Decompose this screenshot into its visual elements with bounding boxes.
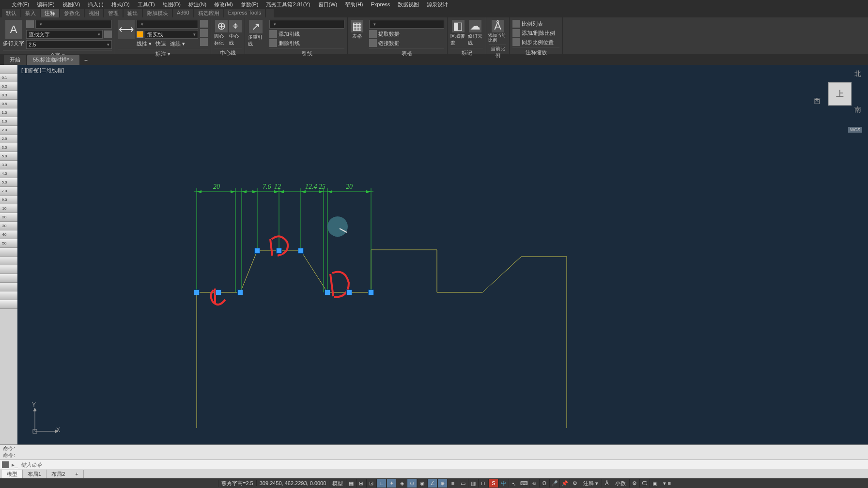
layout-add-button[interactable]: + (70, 470, 83, 478)
toolbar-button[interactable] (9, 239, 17, 248)
ribbon-tab[interactable]: 插入 (21, 9, 40, 17)
mtext-button[interactable]: A 多行文字 (3, 20, 24, 47)
grip[interactable] (325, 290, 330, 295)
ribbon-tab[interactable]: 视图 (85, 9, 103, 17)
toolbar-button[interactable] (0, 248, 9, 257)
left-toolbar-1[interactable]: 0.10.20.30.51.01.02.02.53.05.03.04.05.07… (0, 65, 9, 474)
toolbar-button[interactable] (9, 100, 17, 108)
toolbar-button[interactable] (9, 230, 17, 239)
menu-item[interactable]: 标注(N) (186, 1, 209, 8)
toolbar-button[interactable] (0, 265, 9, 274)
table-style-combo[interactable] (369, 20, 444, 29)
revcloud-button[interactable]: ☁修订云线 (468, 20, 483, 46)
iso-toggle[interactable]: ◈ (397, 479, 406, 488)
dim-layer-combo[interactable]: 细实线 (145, 30, 198, 39)
menu-item[interactable]: 视图(V) (60, 1, 83, 8)
dim-quick-button[interactable]: 快速 (155, 40, 166, 47)
close-tab-icon[interactable]: × (71, 57, 74, 62)
ribbon-tab[interactable]: 默认 (2, 9, 20, 17)
workspace-switch[interactable]: ⚙ (629, 479, 639, 488)
layout-tab-model[interactable]: 模型 (2, 470, 23, 479)
units-menu[interactable]: 小数 (612, 480, 629, 487)
menu-item[interactable]: 格式(O) (108, 1, 133, 8)
centerline-button[interactable]: ⌖中心线 (229, 20, 242, 46)
toolbar-button[interactable] (9, 152, 17, 161)
ribbon-tab[interactable]: 精选应用 (194, 9, 223, 17)
ime-pin-icon[interactable]: 📌 (559, 479, 569, 488)
toolbar-button[interactable] (9, 161, 17, 169)
toolbar-button[interactable]: 5.0 (0, 178, 9, 187)
mleader-style-combo[interactable] (269, 20, 344, 29)
grip[interactable] (254, 248, 260, 254)
menu-item[interactable]: 参数(P) (238, 1, 262, 8)
layout-tab-2[interactable]: 布局2 (46, 470, 70, 479)
toolbar-button[interactable] (0, 283, 9, 291)
grip[interactable] (237, 290, 243, 295)
toolbar-button[interactable]: 0.5 (0, 100, 9, 108)
menu-item[interactable]: 文件(F) (9, 1, 32, 8)
tpy-toggle[interactable]: ▭ (458, 479, 467, 488)
menu-item[interactable]: 数据视图 (395, 1, 422, 8)
menu-item[interactable]: 插入(I) (85, 1, 106, 8)
ribbon-tab[interactable]: Express Tools (224, 9, 265, 17)
command-input[interactable] (21, 462, 866, 468)
toolbar-button[interactable] (9, 91, 17, 100)
link-data-button[interactable]: 链接数据 (369, 39, 444, 47)
toolbar-button[interactable] (9, 65, 17, 74)
wipeout-button[interactable]: ◧区域覆盖 (450, 20, 466, 46)
toolbar-button[interactable]: 0.1 (0, 74, 9, 82)
toolbar-button[interactable] (9, 126, 17, 135)
add-current-scale-button[interactable]: Å添加当前比例 (488, 20, 508, 43)
grip[interactable] (346, 290, 352, 295)
toolbar-button[interactable] (9, 204, 17, 213)
toolbar-button[interactable] (9, 213, 17, 222)
toolbar-button[interactable]: 3.0 (0, 143, 9, 152)
toolbar-button[interactable]: 50 (0, 239, 9, 248)
snap-toggle[interactable]: ⊞ (356, 479, 366, 488)
dyn-toggle[interactable]: ⊕ (437, 479, 447, 488)
polar-toggle[interactable]: ✦ (387, 479, 396, 488)
qp-toggle[interactable]: ▥ (468, 479, 478, 488)
findtext-combo[interactable]: 查找文字 (26, 30, 103, 39)
menu-item[interactable]: 窗口(W) (315, 1, 341, 8)
start-tab[interactable]: 开始 (4, 55, 26, 65)
toolbar-button[interactable]: 3.0 (0, 161, 9, 169)
toolbar-button[interactable]: 0.3 (0, 91, 9, 100)
dim-tool-icon-3[interactable] (200, 38, 208, 46)
toolbar-button[interactable]: 40 (0, 230, 9, 239)
toolbar-button[interactable] (0, 65, 9, 74)
sc-toggle[interactable]: ⊓ (478, 479, 488, 488)
menu-item[interactable]: Express (368, 1, 393, 7)
customize-status[interactable]: ▾ ≡ (660, 480, 673, 487)
grip[interactable] (216, 290, 221, 295)
left-toolbar-2[interactable] (9, 65, 17, 474)
toolbar-button[interactable] (9, 117, 17, 126)
grip[interactable] (276, 248, 282, 254)
toolbar-button[interactable] (0, 300, 9, 309)
status-space[interactable]: 模型 (329, 480, 346, 487)
toolbar-button[interactable] (9, 274, 17, 283)
toolbar-button[interactable]: 4.0 (0, 169, 9, 178)
dim-tool-icon-1[interactable] (200, 20, 208, 28)
dim-tool-icon-2[interactable] (200, 29, 208, 37)
clean-screen-toggle[interactable]: ▣ (650, 479, 659, 488)
3dosnap-toggle[interactable]: ◉ (417, 479, 427, 488)
toolbar-button[interactable]: 2.0 (0, 126, 9, 135)
ortho-toggle[interactable]: ∟ (376, 479, 386, 488)
remove-leader-button[interactable]: 删除引线 (269, 39, 344, 47)
ime-zh-icon[interactable]: 中 (498, 479, 508, 488)
grid-toggle[interactable]: ▦ (346, 479, 356, 488)
ribbon-tab[interactable]: A360 (173, 9, 193, 17)
toolbar-button[interactable] (9, 108, 17, 117)
toolbar-button[interactable]: 7.0 (0, 187, 9, 196)
command-line[interactable]: ▸_ (0, 459, 868, 469)
toolbar-button[interactable]: 5.0 (0, 152, 9, 161)
toolbar-button[interactable] (9, 300, 17, 309)
toolbar-button[interactable] (9, 257, 17, 265)
toolbar-button[interactable]: 1.0 (0, 108, 9, 117)
ime-mic-icon[interactable]: 🎤 (549, 479, 559, 488)
toolbar-button[interactable] (9, 248, 17, 257)
ime-kb-icon[interactable]: ⌨ (519, 479, 528, 488)
ribbon-tab[interactable]: 参数化 (60, 9, 84, 17)
dim-style-combo[interactable] (137, 20, 198, 29)
